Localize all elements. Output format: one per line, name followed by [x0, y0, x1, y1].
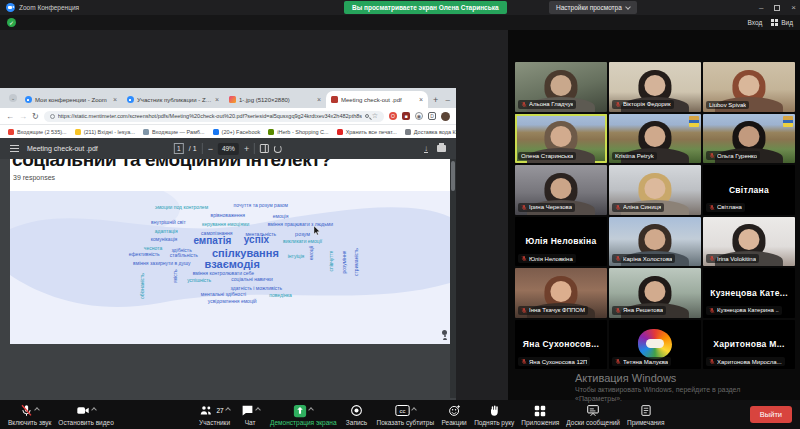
zoom-app-icon	[6, 3, 15, 12]
participant-tile[interactable]: Харитонова М...Харитонова Миросла...	[703, 320, 795, 370]
toolbar-button-camera[interactable]: Остановить видео	[58, 404, 113, 426]
participant-name: Ірина Черезова	[529, 204, 572, 210]
search-icon[interactable]	[365, 114, 369, 118]
tab-close-icon[interactable]: ×	[113, 96, 117, 103]
wordcloud-word: емпатія	[193, 236, 231, 246]
toolbar-button-share[interactable]: Демонстрация экрана	[270, 404, 336, 426]
back-icon[interactable]: ←	[6, 112, 14, 121]
tab-close-icon[interactable]: ×	[215, 96, 219, 103]
view-settings-button[interactable]: Настройки просмотра	[549, 1, 637, 14]
participant-tile[interactable]: Аліна Синиця	[609, 165, 701, 215]
toolbar-button-label: Демонстрация экрана	[270, 419, 336, 426]
bookmark-favicon	[337, 129, 343, 135]
browser-tab[interactable]: Meeting check-out .pdf×	[326, 91, 428, 108]
chevron-up-icon[interactable]	[411, 407, 417, 413]
print-icon[interactable]	[437, 145, 446, 152]
forward-icon[interactable]: →	[19, 112, 27, 121]
page-number-input[interactable]: 1	[174, 143, 184, 154]
pdf-scrollbar[interactable]	[450, 159, 456, 398]
wordcloud-word: успішність	[187, 278, 211, 283]
mic-icon	[20, 404, 33, 417]
toolbar-button-mic[interactable]: Включить звук	[8, 404, 51, 426]
bookmark-item[interactable]: Входящие (2 535)...	[8, 129, 67, 135]
participant-tile[interactable]: Яна Решетова	[609, 268, 701, 318]
security-shield-icon[interactable]: ✓	[7, 18, 16, 27]
rotate-icon[interactable]	[274, 145, 282, 153]
menu-icon[interactable]	[10, 145, 19, 152]
toolbar-button-cc[interactable]: ccПоказать субтитры	[377, 404, 435, 426]
profile-avatar[interactable]	[441, 112, 450, 121]
leave-meeting-button[interactable]: Выйти	[750, 406, 792, 423]
toolbar-button-people[interactable]: 27Участники	[199, 404, 230, 426]
participant-tile[interactable]: Яна Сухоносов...Яна Сухоносова 12П	[515, 320, 607, 370]
site-info-icon[interactable]	[50, 114, 55, 119]
chevron-up-icon[interactable]	[255, 407, 261, 413]
toolbar-button-record[interactable]: Запись	[344, 404, 370, 426]
zoom-in-button[interactable]: +	[244, 144, 249, 154]
bookmark-item[interactable]: Хранить все печат...	[337, 129, 397, 135]
participant-tile[interactable]: Олена Старинська	[515, 114, 607, 164]
browser-tab[interactable]: Участник публикации - Zoom×	[122, 91, 224, 108]
bookmark-star-icon[interactable]: ☆	[372, 112, 378, 120]
download-icon[interactable]: ↓	[424, 145, 428, 153]
participant-tile[interactable]: Альона Гладчук	[515, 62, 607, 112]
participant-tile[interactable]: Вікторія Федорик	[609, 62, 701, 112]
toolbar-button-board[interactable]: Доски сообщений	[566, 404, 620, 426]
browser-tab[interactable]: Мои конференции - Zoom×	[20, 91, 122, 108]
reload-icon[interactable]: ↻	[32, 112, 39, 121]
view-button[interactable]: Вид	[771, 19, 793, 26]
toolbar-button-hand[interactable]: Поднять руку	[474, 404, 514, 426]
tab-search-icon[interactable]: ⌄	[9, 94, 17, 102]
hand-icon	[488, 404, 500, 417]
participant-tile[interactable]: Кузнецова Кате...Кузнецова Катерина ..	[703, 268, 795, 318]
maximize-button[interactable]	[774, 5, 780, 11]
wordcloud-word: викликати емоції	[283, 239, 322, 244]
participant-tile[interactable]: Тетяна Малуєва	[609, 320, 701, 370]
zoom-out-button[interactable]: −	[208, 144, 213, 154]
participants-count: 27	[216, 407, 223, 414]
minimize-button[interactable]: –	[759, 3, 763, 12]
participant-tile[interactable]: Irina Volokitina	[703, 217, 795, 267]
bookmark-item[interactable]: (211) Вхідні - lesya...	[75, 129, 135, 135]
toolbar-button-reactions[interactable]: Реакции	[441, 404, 467, 426]
pdf-viewer: соціальний та емоційний інтелект? 39 res…	[0, 159, 456, 398]
bookmark-item[interactable]: iHerb - Shopping C...	[268, 129, 328, 135]
chevron-up-icon[interactable]	[34, 407, 40, 413]
toolbar-button-apps[interactable]: Приложения	[521, 404, 559, 426]
bookmark-label: Входящие (2 535)...	[17, 129, 67, 135]
participant-tile[interactable]: Ірина Черезова	[515, 165, 607, 215]
participant-tile[interactable]: СвітланаСвітлана	[703, 165, 795, 215]
participant-name-label: Ольга Гуренко	[706, 151, 760, 160]
bookmark-item[interactable]: Входящие — Рамб...	[143, 129, 205, 135]
participant-tile[interactable]: Liubov Spivak	[703, 62, 795, 112]
wordcloud-word: вміння працювати з людьми	[268, 221, 333, 226]
participant-tile[interactable]: Каріна Холостова	[609, 217, 701, 267]
extension-adblock-icon[interactable]: O	[389, 112, 397, 120]
chevron-up-icon[interactable]	[308, 407, 314, 413]
extension-eye-icon[interactable]: ◉	[415, 112, 423, 120]
participant-tile[interactable]: Kristina Petryk	[609, 114, 701, 164]
participant-tile[interactable]: Ольга Гуренко	[703, 114, 795, 164]
signin-button[interactable]: Вход	[748, 19, 763, 26]
tab-close-icon[interactable]: ×	[317, 96, 321, 103]
address-bar[interactable]: https://static.mentimeter.com/screenshot…	[44, 111, 384, 122]
new-tab-button[interactable]: +	[433, 95, 438, 105]
chevron-up-icon[interactable]	[91, 407, 97, 413]
notes-icon	[640, 404, 652, 417]
bookmark-item[interactable]: (20+) Facebook	[213, 129, 261, 135]
participant-name: Харитонова Миросла...	[717, 359, 782, 365]
fit-page-icon[interactable]	[260, 144, 269, 153]
bookmark-item[interactable]: Доставка вода Кие...	[405, 129, 456, 135]
toolbar-button-notes[interactable]: Примечания	[627, 404, 665, 426]
wordcloud-word: ментальні здібності	[201, 292, 246, 297]
close-button[interactable]: ×	[791, 3, 796, 12]
tab-title: 1-.jpg (5120×2880)	[239, 97, 314, 103]
extension-icon[interactable]: ■	[402, 112, 410, 120]
toolbar-button-chat[interactable]: Чат	[237, 404, 263, 426]
tab-close-icon[interactable]: ×	[419, 96, 423, 103]
browser-tab[interactable]: 1-.jpg (5120×2880)×	[224, 91, 326, 108]
extension-d-icon[interactable]: D	[428, 112, 436, 120]
participant-tile[interactable]: Інна Ткачук ФППОМ	[515, 268, 607, 318]
chevron-up-icon[interactable]	[225, 407, 231, 413]
participant-tile[interactable]: Юлія НеловкінаЮлія Неловкіна	[515, 217, 607, 267]
